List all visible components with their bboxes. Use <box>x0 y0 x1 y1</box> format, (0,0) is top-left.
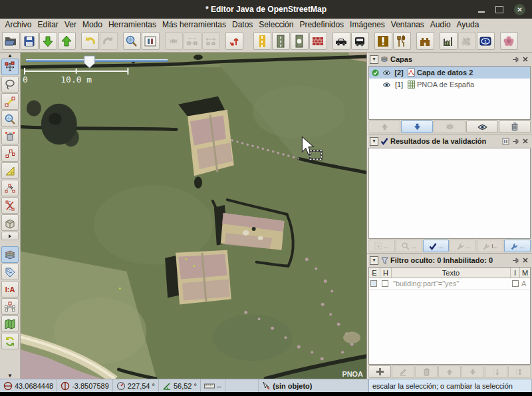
inverted-checkbox[interactable] <box>512 280 519 287</box>
mode-extrude-button[interactable] <box>1 162 19 179</box>
preset-warning-button[interactable] <box>374 32 392 50</box>
menu-ayuda[interactable]: Ayuda <box>454 20 482 29</box>
open-folder-button[interactable] <box>2 32 20 50</box>
maximize-button[interactable] <box>495 6 503 13</box>
validation-fix-button[interactable]: ... <box>450 240 476 252</box>
close-button[interactable]: ✕ <box>514 4 525 15</box>
mode-mirror-button[interactable] <box>1 197 19 214</box>
collapse-icon[interactable]: ▾ <box>370 256 378 265</box>
mode-delete-button[interactable] <box>1 128 19 144</box>
validation-ignore-button[interactable]: I... <box>477 240 503 252</box>
col-hide[interactable]: H <box>380 268 392 278</box>
filter-move-down-button[interactable] <box>462 365 484 378</box>
mode-select-button[interactable] <box>1 59 19 75</box>
filter-delete-button[interactable] <box>415 365 438 378</box>
pin-icon[interactable] <box>511 137 519 145</box>
scroll-up-icon[interactable]: ▲ <box>0 53 20 59</box>
menu-herramientas[interactable]: Herramientas <box>105 20 159 29</box>
search-button[interactable] <box>123 32 141 50</box>
menu-mas-herramientas[interactable]: Más herramientas <box>159 20 229 29</box>
preset-motorway-junction-button[interactable]: 1 <box>477 32 495 50</box>
toggle-map-paint-button[interactable] <box>1 315 19 332</box>
enable-checkbox[interactable] <box>370 280 377 287</box>
mode-parallel-button[interactable] <box>1 145 19 162</box>
preset-quarry-button[interactable] <box>458 32 476 50</box>
merge-nodes-button[interactable] <box>165 32 183 50</box>
validation-results-list[interactable] <box>368 148 531 239</box>
layer-merge-button[interactable] <box>434 120 466 133</box>
preset-motorway-button[interactable] <box>253 32 271 50</box>
preset-bus-button[interactable] <box>351 32 369 50</box>
expand-more-button[interactable] <box>1 232 19 240</box>
mode-improve-way-button[interactable] <box>1 180 19 196</box>
menu-imagenes[interactable]: Imágenes <box>347 20 388 29</box>
menu-audio[interactable]: Audio <box>427 20 454 29</box>
mode-draw-button[interactable] <box>1 93 19 110</box>
layer-row-imagery[interactable]: [1] PNOA de España <box>369 79 530 91</box>
menu-archivo[interactable]: Archivo <box>2 20 35 29</box>
mode-lasso-button[interactable] <box>1 76 19 93</box>
eye-icon[interactable] <box>382 70 391 76</box>
preset-rose-button[interactable] <box>500 32 518 50</box>
collapse-icon[interactable]: ▾ <box>370 55 378 64</box>
menu-editar[interactable]: Editar <box>35 20 61 29</box>
layer-visibility-button[interactable] <box>466 120 498 133</box>
preset-wall-button[interactable] <box>309 32 327 50</box>
menu-predefinidos[interactable]: Predefinidos <box>297 20 347 29</box>
filter-add-button[interactable] <box>368 365 391 378</box>
filter-move-up-button[interactable] <box>438 365 461 378</box>
menu-datos[interactable]: Datos <box>229 20 256 29</box>
preset-road-button[interactable] <box>272 32 290 50</box>
validation-lookup-button[interactable]: ... <box>396 240 422 252</box>
layer-row-data[interactable]: [2] Capa de datos 2 <box>369 67 530 79</box>
download-button[interactable] <box>39 32 57 50</box>
close-icon[interactable] <box>521 137 529 145</box>
preset-car-button[interactable] <box>332 32 350 50</box>
map-view[interactable]: 0 10.0 m PNOA <box>21 53 366 379</box>
menu-ver[interactable]: Ver <box>61 20 79 29</box>
layer-move-down-button[interactable] <box>401 120 433 133</box>
pin-icon[interactable] <box>511 55 519 63</box>
layer-delete-button[interactable] <box>499 120 531 133</box>
filter-sort-updown-button[interactable] <box>508 365 531 378</box>
collapse-icon[interactable]: ▾ <box>370 137 378 146</box>
mode-zoom-button[interactable] <box>1 110 19 127</box>
menu-seleccion[interactable]: Selección <box>256 20 297 29</box>
minimize-button[interactable] <box>478 11 485 13</box>
menu-modo[interactable]: Modo <box>79 20 105 29</box>
scroll-down-icon[interactable]: ▼ <box>0 373 20 379</box>
undo-button[interactable] <box>81 32 99 50</box>
validation-tools-button[interactable]: ... <box>504 240 531 252</box>
preset-restaurant-button[interactable] <box>393 32 411 50</box>
layer-move-up-button[interactable] <box>368 120 400 133</box>
close-icon[interactable] <box>521 55 529 63</box>
validation-select-button[interactable]: ... <box>368 240 395 252</box>
toggle-panels-button[interactable] <box>142 32 160 50</box>
filter-row[interactable]: "building:part"="yes" A <box>369 278 530 290</box>
hide-checkbox[interactable] <box>382 280 388 287</box>
col-inverted[interactable]: I <box>511 268 520 278</box>
upload-button[interactable] <box>58 32 76 50</box>
filter-edit-button[interactable] <box>392 365 414 378</box>
merge-ways-button[interactable] <box>184 32 201 50</box>
toggle-tags-button[interactable] <box>1 264 19 280</box>
toggle-relation-editor-button[interactable]: I:A <box>1 281 19 297</box>
col-mode[interactable]: M <box>520 268 530 278</box>
mode-building-button[interactable] <box>1 214 19 231</box>
validation-run-button[interactable]: ... <box>423 240 450 252</box>
col-text[interactable]: Texto <box>392 268 511 278</box>
pin-icon[interactable] <box>511 256 519 264</box>
eye-icon[interactable] <box>382 82 391 88</box>
toggle-relations-button[interactable] <box>1 298 19 315</box>
panel-menu-icon[interactable] <box>501 137 509 145</box>
redo-button[interactable] <box>100 32 118 50</box>
save-button[interactable] <box>21 32 39 50</box>
close-icon[interactable] <box>521 256 529 264</box>
preset-works-button[interactable] <box>440 32 458 50</box>
toggle-changeset-button[interactable] <box>1 333 19 349</box>
restore-selection-button[interactable] <box>225 32 243 50</box>
menu-ventanas[interactable]: Ventanas <box>388 20 427 29</box>
combine-segments-button[interactable] <box>202 32 220 50</box>
col-enable[interactable]: E <box>369 268 380 278</box>
toggle-layers-button[interactable] <box>1 246 19 263</box>
